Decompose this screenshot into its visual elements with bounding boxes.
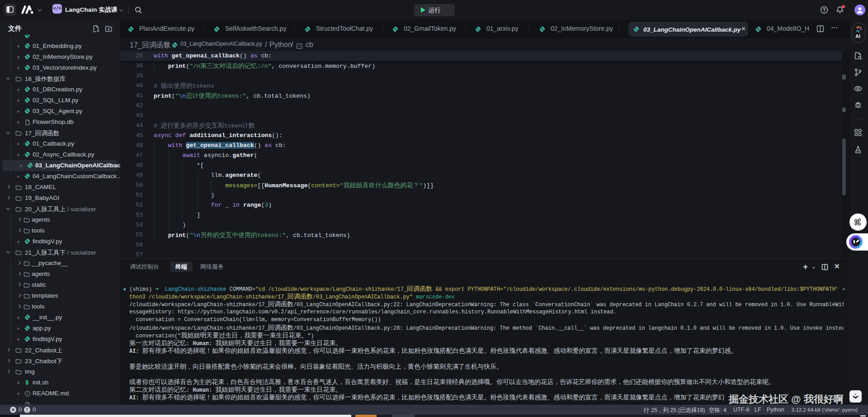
svg-text:?: ? xyxy=(823,8,826,13)
svg-text:?: ? xyxy=(27,392,29,396)
